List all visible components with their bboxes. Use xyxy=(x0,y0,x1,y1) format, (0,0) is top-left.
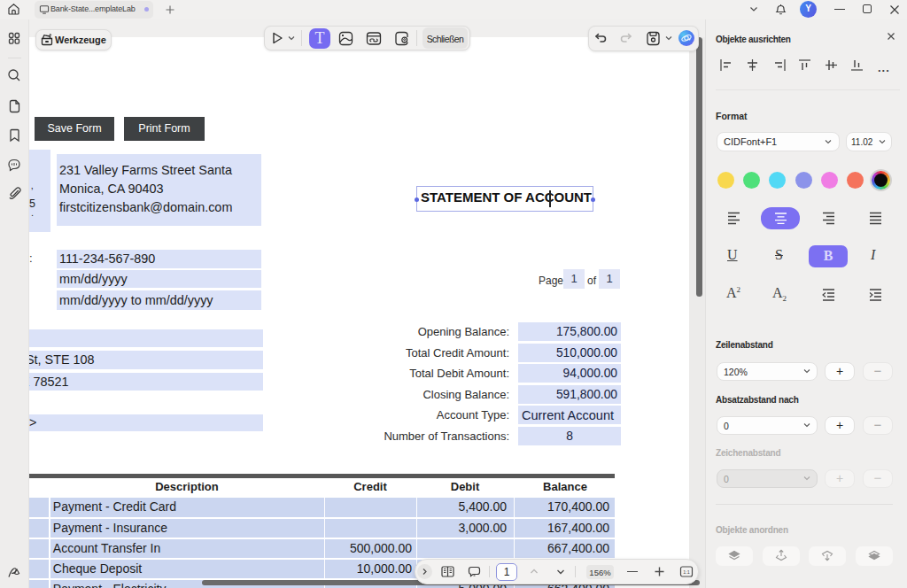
svg-text:1:1: 1:1 xyxy=(683,569,690,575)
